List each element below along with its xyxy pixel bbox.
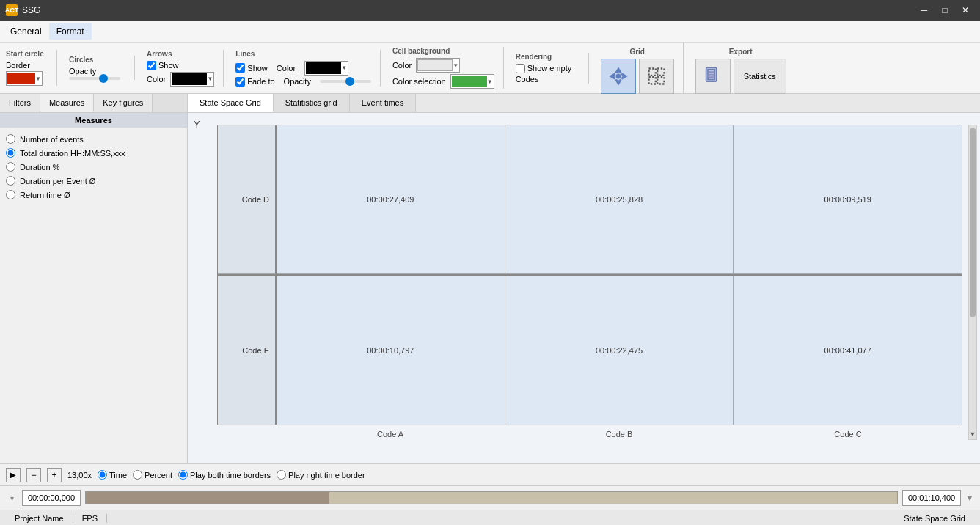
tab-state-space-grid[interactable]: State Space Grid [188, 94, 274, 112]
tab-key-figures[interactable]: Key figures [94, 94, 153, 112]
grid-move-button[interactable] [601, 59, 636, 94]
toolbar: Start circle Border ▼ Circles Opacity Ar… [0, 43, 980, 94]
show-empty-checkbox[interactable]: Show empty [516, 64, 572, 73]
status-project: Project Name [6, 514, 73, 523]
panel-title: Measures [0, 113, 187, 128]
cell-color-label: Color [392, 61, 412, 70]
col-label-c: Code C [734, 428, 962, 440]
measure-return-time[interactable]: Return time Ø [6, 190, 181, 199]
statistics-button[interactable]: Statistics [734, 59, 786, 94]
measure-total-duration[interactable]: Total duration HH:MM:SS,xxx [6, 148, 181, 158]
y-axis-label: Y [194, 119, 200, 130]
column-labels: Code A Code B Code C [276, 425, 962, 440]
svg-rect-6 [657, 69, 664, 76]
row-label-code-d: Code D [218, 125, 277, 274]
tab-event-times[interactable]: Event times [350, 94, 416, 112]
arrows-color-label: Color [147, 75, 166, 84]
measure-return-time-radio[interactable] [6, 190, 15, 199]
col-label-a: Code A [276, 428, 505, 440]
lines-show-input[interactable] [235, 63, 245, 73]
codes-label: Codes [516, 75, 539, 84]
time-radio[interactable] [98, 470, 107, 480]
end-time-input[interactable] [902, 490, 961, 506]
minus-button[interactable]: − [26, 468, 41, 482]
play-button[interactable]: ▶ [6, 468, 21, 482]
percent-radio-label[interactable]: Percent [133, 470, 172, 480]
border-label: Border [6, 61, 30, 70]
left-panel: Filters Measures Key figures Measures Nu… [0, 94, 188, 463]
svg-marker-2 [610, 74, 615, 79]
menu-format[interactable]: Format [49, 23, 92, 40]
svg-marker-1 [615, 80, 621, 84]
measure-duration-pct-radio[interactable] [6, 162, 15, 172]
tab-statistics-grid[interactable]: Statitistics grid [274, 94, 350, 112]
timeline-track[interactable] [85, 491, 898, 504]
arrows-show-input[interactable] [147, 61, 156, 70]
measure-duration-per-event-radio[interactable] [6, 176, 15, 186]
circles-opacity-slider[interactable] [69, 77, 120, 80]
lines-show-checkbox[interactable]: Show [235, 63, 268, 73]
close-button[interactable]: ✕ [957, 3, 974, 18]
cell-d-a: 00:00:27,409 [277, 125, 505, 274]
grid-select-button[interactable] [639, 59, 674, 94]
left-tab-bar: Filters Measures Key figures [0, 94, 187, 113]
time-radio-label[interactable]: Time [98, 470, 127, 480]
show-empty-input[interactable] [516, 64, 525, 73]
lines-color-label: Color [277, 64, 296, 73]
maximize-button[interactable]: □ [936, 3, 954, 18]
status-fps: FPS [73, 514, 107, 523]
measure-events-radio[interactable] [6, 134, 15, 144]
play-both-radio[interactable] [178, 470, 188, 480]
row-cells-code-e: 00:00:10,797 00:00:22,475 00:00:41,077 [277, 276, 962, 425]
arrows-color-picker[interactable]: ▼ [170, 72, 214, 87]
grid-label: Grid [629, 48, 645, 56]
cell-background-group: Cell background Color ▼ Color selection … [392, 47, 504, 89]
tab-filters[interactable]: Filters [0, 94, 40, 112]
play-right-radio-label[interactable]: Play right time border [277, 470, 365, 480]
measure-duration-per-event[interactable]: Duration per Event Ø [6, 176, 181, 186]
svg-marker-3 [621, 74, 626, 79]
row-cells-code-d: 00:00:27,409 00:00:25,828 00:00:09,519 [277, 125, 962, 274]
lines-fade-input[interactable] [235, 77, 245, 87]
plus-button[interactable]: + [47, 468, 62, 482]
lines-color-picker[interactable]: ▼ [304, 61, 348, 76]
main-layout: Filters Measures Key figures Measures Nu… [0, 94, 980, 463]
title-bar-left: ACT SSG [6, 4, 40, 16]
arrows-label: Arrows [147, 50, 214, 58]
playback-bar: ▶ − + 13,00x Time Percent Play both time… [0, 464, 980, 486]
scroll-thumb [970, 128, 976, 317]
status-bar: Project Name FPS State Space Grid [0, 510, 980, 525]
row-label-code-e: Code E [218, 276, 277, 425]
lines-opacity-slider[interactable] [320, 80, 371, 83]
cell-selection-picker[interactable]: ▼ [450, 74, 494, 89]
play-both-radio-label[interactable]: Play both time borders [178, 470, 271, 480]
play-right-radio[interactable] [277, 470, 286, 480]
tab-measures[interactable]: Measures [40, 94, 94, 112]
export-button[interactable] [695, 59, 731, 94]
start-time-input[interactable] [22, 490, 81, 506]
arrows-group: Arrows Show Color ▼ [147, 50, 224, 87]
status-grid: State Space Grid [895, 514, 974, 523]
lines-fade-checkbox[interactable]: Fade to [235, 77, 274, 87]
arrows-show-checkbox[interactable]: Show [147, 61, 179, 70]
scroll-bar-vertical[interactable]: ▼ [968, 125, 977, 440]
rendering-group: Rendering Show empty Codes [516, 53, 589, 84]
svg-rect-5 [648, 69, 655, 76]
minimize-button[interactable]: ─ [915, 3, 933, 18]
collapse-icon: ▾ [10, 494, 14, 502]
measure-duration-pct[interactable]: Duration % [6, 162, 181, 172]
measure-total-duration-radio[interactable] [6, 148, 15, 158]
menu-general[interactable]: General [3, 23, 49, 40]
cell-d-c: 00:00:09,519 [734, 125, 962, 274]
collapse-arrow[interactable]: ▼ [965, 493, 974, 503]
cell-color-picker[interactable]: ▼ [416, 58, 460, 73]
menu-bar: General Format [0, 21, 980, 43]
start-circle-color-picker[interactable]: ▼ [6, 71, 43, 86]
measure-events[interactable]: Number of events [6, 134, 181, 144]
percent-radio[interactable] [133, 470, 142, 480]
start-circle-label: Start circle [6, 50, 48, 58]
cell-selection-label: Color selection [392, 77, 446, 86]
grid-row-code-e: Code E 00:00:10,797 00:00:22,475 00:00:4… [218, 276, 962, 425]
grid-container: Y Code D 00:00:27,409 [188, 113, 980, 463]
cell-d-b: 00:00:25,828 [505, 125, 734, 274]
